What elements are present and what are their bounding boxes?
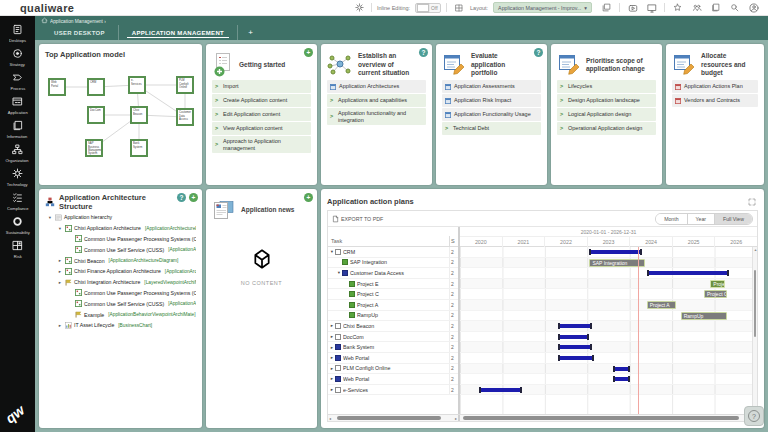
horizontal-scroll-thumb[interactable] xyxy=(463,416,739,420)
diagram-box[interactable]: Web Portal xyxy=(48,78,66,96)
tree-item[interactable]: Common Use Passenger Processing Systems … xyxy=(45,288,196,299)
horizontal-scroll-thumb[interactable] xyxy=(337,416,441,420)
list-item[interactable]: Application Risk Impact xyxy=(442,94,541,107)
sidebar-item-organization[interactable]: Organization xyxy=(0,143,35,167)
list-item[interactable]: >Approach to Application management xyxy=(212,136,311,153)
diagram-box[interactable]: e-Services xyxy=(128,76,146,94)
list-item[interactable]: Application Assessments xyxy=(442,80,541,93)
gantt-bar[interactable] xyxy=(558,323,592,329)
gantt-task-row[interactable]: RampUp2 xyxy=(328,311,458,322)
gantt-task-row[interactable]: ▸PLM ConfigIt Online2 xyxy=(328,364,458,375)
sidebar-item-compliance[interactable]: Compliance xyxy=(0,191,35,215)
list-item[interactable]: >Design Application landscape xyxy=(557,94,656,107)
gantt-task-row[interactable]: ▸e-Services2 xyxy=(328,385,458,396)
chart-horizontal-scrollbar[interactable]: ▸ xyxy=(460,415,757,421)
diagram-box[interactable]: SAP Business Management System xyxy=(85,139,103,157)
gantt-bar[interactable]: RampUp xyxy=(681,312,728,320)
tree-item[interactable]: ▸Chixi Beacon[ApplicationArchitectureDia… xyxy=(45,255,196,266)
gantt-bar[interactable] xyxy=(613,366,630,372)
copy-icon[interactable] xyxy=(709,2,722,14)
layout-dropdown[interactable]: Application Management - Improv... ▾ xyxy=(493,2,592,13)
people-icon[interactable] xyxy=(690,2,703,14)
gantt-task-row[interactable]: ▾CRM2 xyxy=(328,247,458,258)
sidebar-item-risk[interactable]: Risk xyxy=(0,239,35,263)
layers-icon[interactable] xyxy=(600,2,613,14)
star-icon[interactable] xyxy=(671,2,684,14)
screen-share-icon[interactable] xyxy=(645,2,658,14)
gantt-task-row[interactable]: ▸Chixi Beacon2 xyxy=(328,321,458,332)
list-item[interactable]: >Logical Application design xyxy=(557,108,656,121)
gantt-task-row[interactable]: Project A2 xyxy=(328,300,458,311)
tree-item[interactable]: ▾Application hierarchy xyxy=(45,212,196,223)
list-item[interactable]: >Create Application content xyxy=(212,94,311,107)
tree-item[interactable]: Common Use Self Service (CUSS)[Applicati… xyxy=(45,298,196,309)
gantt-task-row[interactable]: ▸Bank System2 xyxy=(328,342,458,353)
account-icon[interactable] xyxy=(747,2,760,14)
gantt-bar[interactable]: Project E xyxy=(710,280,725,288)
list-item[interactable]: Application Functionality Usage xyxy=(442,108,541,121)
gantt-bar[interactable] xyxy=(558,344,592,350)
expand-icon[interactable] xyxy=(745,196,758,208)
gantt-task-row[interactable]: ▾Customer Data Access2 xyxy=(328,268,458,279)
settings-gear-icon[interactable] xyxy=(353,2,366,14)
tree-item[interactable]: ▸Chixi Finance Application Architecture[… xyxy=(45,266,196,277)
add-button[interactable]: + xyxy=(304,193,313,202)
export-to-pdf-button[interactable]: EXPORT TO PDF xyxy=(332,215,383,223)
sidebar-item-information[interactable]: Information xyxy=(0,119,35,143)
help-button[interactable]: ? xyxy=(177,193,186,202)
inline-editing-toggle[interactable]: Off xyxy=(415,3,441,13)
tree-item[interactable]: Common Use Self Service (CUSS)[Applicati… xyxy=(45,244,196,255)
gantt-bar[interactable] xyxy=(613,376,630,382)
gantt-bar[interactable] xyxy=(558,334,590,340)
list-item[interactable]: >Applications and capabilities xyxy=(327,94,426,107)
scroll-right-arrow[interactable]: ▸ xyxy=(455,415,457,422)
scroll-left-arrow[interactable]: ◂ xyxy=(329,415,331,422)
tree-item[interactable]: ▸IT Asset Lifecycle[BusinessChart] xyxy=(45,320,196,331)
breadcrumb[interactable]: Application Management › xyxy=(41,16,768,25)
add-button[interactable]: + xyxy=(304,48,313,57)
gantt-task-row[interactable]: ▸Web Portal2 xyxy=(328,374,458,385)
tree-expand-icon[interactable]: ▾ xyxy=(57,226,63,231)
help-button[interactable]: ? xyxy=(744,406,764,426)
add-button[interactable]: + xyxy=(189,193,198,202)
list-item[interactable]: >Lifecycles xyxy=(557,80,656,93)
gantt-task-row[interactable]: Project C2 xyxy=(328,289,458,300)
gantt-bar[interactable] xyxy=(558,355,594,361)
gantt-task-row[interactable]: ▸DocCom2 xyxy=(328,332,458,343)
sidebar-item-desktops[interactable]: Desktops xyxy=(0,23,35,47)
tree-item[interactable]: ▾Chixi Application Architecture[Applicat… xyxy=(45,223,196,234)
diagram-box[interactable]: CRM xyxy=(87,78,105,96)
table-horizontal-scrollbar[interactable]: ◂▸ xyxy=(328,415,460,421)
list-item[interactable]: >Edit Application content xyxy=(212,108,311,121)
tree-item[interactable]: Common Use Passenger Processing Systems … xyxy=(45,234,196,245)
list-item[interactable]: >Application functionality and integrati… xyxy=(327,108,426,125)
sidebar-item-strategy[interactable]: Strategy xyxy=(0,47,35,71)
diagram-box[interactable]: Customer Data Access xyxy=(176,108,194,126)
list-item[interactable]: >Import xyxy=(212,80,311,93)
tab-application-management[interactable]: APPLICATION MANAGEMENT xyxy=(118,25,237,40)
help-button[interactable]: ? xyxy=(419,48,428,57)
view-button-full-view[interactable]: Full View xyxy=(714,214,752,224)
tree-expand-icon[interactable]: ▸ xyxy=(57,323,63,328)
gantt-bar[interactable]: SAP Integration xyxy=(589,259,644,267)
list-item[interactable]: >Technical Debt xyxy=(442,122,541,135)
gantt-task-row[interactable]: Project E2 xyxy=(328,279,458,290)
list-item[interactable]: >Operational Application design xyxy=(557,122,656,135)
list-item[interactable]: Application Architectures xyxy=(327,80,426,93)
gantt-bar[interactable] xyxy=(647,270,730,276)
diagram-box[interactable]: Chixi Beacon xyxy=(130,106,148,124)
tab-user-desktop[interactable]: USER DESKTOP xyxy=(41,25,118,40)
tree-expand-icon[interactable]: ▸ xyxy=(57,280,63,285)
search-icon[interactable] xyxy=(728,2,741,14)
sidebar-item-sustainability[interactable]: Sustainability xyxy=(0,215,35,239)
list-item[interactable]: >View Application content xyxy=(212,122,311,135)
sidebar-item-process[interactable]: Process xyxy=(0,71,35,95)
vertical-scroll-thumb[interactable] xyxy=(754,270,756,337)
tree-expand-icon[interactable]: ▾ xyxy=(47,215,53,220)
gantt-bar[interactable]: Project A xyxy=(647,301,677,309)
gantt-task-row[interactable]: SAP Integration2 xyxy=(328,258,458,269)
add-tab-button[interactable]: + xyxy=(237,25,263,40)
diagram-box[interactable]: Bank System xyxy=(130,139,148,157)
tree-expand-icon[interactable]: ▸ xyxy=(57,258,63,263)
gantt-bar[interactable] xyxy=(589,249,642,255)
